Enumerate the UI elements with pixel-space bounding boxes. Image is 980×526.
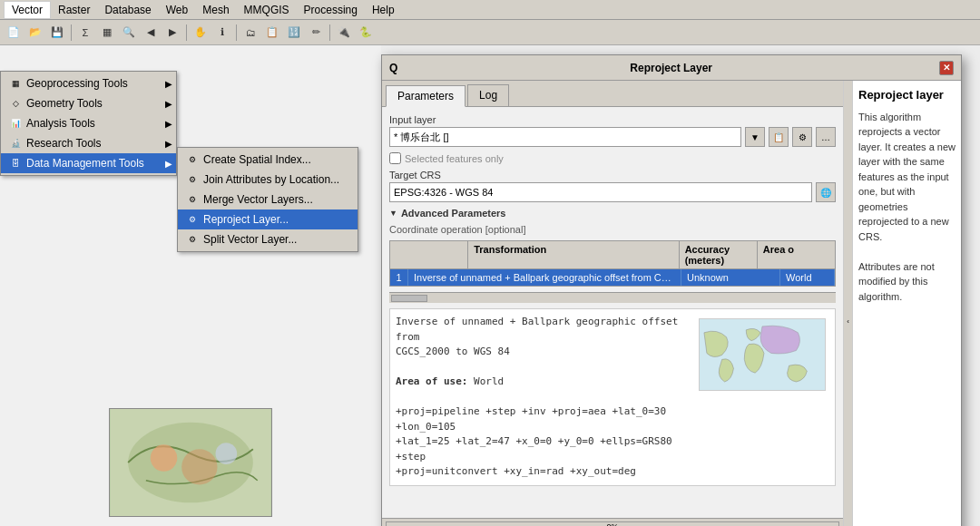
menu-web[interactable]: Web: [159, 2, 195, 18]
left-panel: ▦ Geoprocessing Tools ▶ ◇ Geometry Tools…: [0, 45, 381, 526]
target-crs-field[interactable]: [389, 182, 812, 202]
menu-database[interactable]: Database: [97, 2, 158, 18]
tb-sigma[interactable]: Σ: [75, 23, 95, 43]
collapse-handle[interactable]: ‹: [843, 81, 852, 526]
analysis-icon: 📊: [8, 116, 23, 131]
target-crs-label: Target CRS: [389, 170, 836, 180]
tb-open[interactable]: 📂: [25, 23, 45, 43]
dialog-close-button[interactable]: ✕: [939, 61, 954, 75]
progress-bar: 0%: [386, 521, 839, 527]
tb-calc[interactable]: 🔢: [284, 23, 304, 43]
join-attributes-icon: ⚙: [185, 172, 200, 187]
tb-python[interactable]: 🐍: [356, 23, 376, 43]
horiz-scrollbar[interactable]: [389, 292, 836, 303]
submenu-create-spatial-index[interactable]: ⚙ Create Spatial Index...: [178, 150, 358, 170]
target-crs-section: Target CRS 🌐: [389, 170, 836, 202]
input-layer-btn-2[interactable]: 📋: [769, 127, 789, 147]
dialog-body: Parameters Log Input layer ▼ 📋 ⚙ …: [382, 81, 961, 526]
svg-point-4: [216, 443, 238, 464]
menu-mesh[interactable]: Mesh: [195, 2, 236, 18]
research-icon: 🔬: [8, 136, 23, 151]
tb-pan[interactable]: ✋: [191, 23, 211, 43]
menu-mmqgis[interactable]: MMQGIS: [237, 2, 297, 18]
info-line-1: Inverse of unnamed + Ballpark geographic…: [396, 315, 688, 345]
reproject-dialog: Q Reproject Layer ✕ Parameters Log Input…: [381, 54, 962, 526]
menu-data-management[interactable]: 🗄 Data Management Tools ▶: [1, 153, 176, 173]
tb-identify[interactable]: ℹ: [212, 23, 232, 43]
menu-help[interactable]: Help: [365, 2, 402, 18]
transform-table: Transformation Accuracy (meters) Area o …: [389, 240, 836, 287]
selected-features-row: Selected features only: [389, 152, 836, 164]
dialog-main: Parameters Log Input layer ▼ 📋 ⚙ …: [382, 81, 843, 526]
col-num: [390, 241, 468, 268]
help-panel: Reproject layer This algorithm reproject…: [852, 81, 961, 526]
vector-menu: ▦ Geoprocessing Tools ▶ ◇ Geometry Tools…: [0, 71, 177, 176]
progress-label: 0%: [387, 522, 838, 527]
menu-geometry[interactable]: ◇ Geometry Tools ▶: [1, 93, 176, 113]
col-accuracy: Accuracy (meters): [680, 241, 758, 268]
tab-bar: Parameters Log: [382, 81, 843, 107]
menu-analysis[interactable]: 📊 Analysis Tools ▶: [1, 113, 176, 133]
transform-row-1[interactable]: 1 Inverse of unnamed + Ballpark geograph…: [390, 269, 835, 286]
tb-zoom[interactable]: 🔍: [119, 23, 139, 43]
tb-sep-4: [329, 24, 330, 41]
menu-raster[interactable]: Raster: [51, 2, 97, 18]
tb-edit[interactable]: ✏: [306, 23, 326, 43]
input-layer-section: Input layer ▼ 📋 ⚙ …: [389, 114, 836, 147]
selected-features-checkbox[interactable]: [389, 152, 401, 164]
menu-vector[interactable]: Vector: [4, 1, 51, 19]
help-title: Reproject layer: [858, 86, 956, 104]
menu-processing[interactable]: Processing: [297, 2, 365, 18]
triangle-icon: ▼: [389, 209, 397, 218]
tb-arrow-right[interactable]: ▶: [162, 23, 182, 43]
target-crs-row: 🌐: [389, 182, 836, 202]
dialog-content: Input layer ▼ 📋 ⚙ … Selected features on…: [382, 107, 843, 518]
info-line-2: CGCS_2000 to WGS 84: [396, 345, 688, 360]
tb-select[interactable]: ▦: [97, 23, 117, 43]
target-crs-btn[interactable]: 🌐: [816, 182, 836, 202]
dialog-title: Reproject Layer: [630, 62, 712, 74]
dialog-title-icon: Q: [389, 62, 397, 74]
input-layer-field[interactable]: [389, 127, 741, 147]
submenu-merge-vector[interactable]: ⚙ Merge Vector Layers...: [178, 190, 358, 209]
input-layer-btn-3[interactable]: ⚙: [792, 127, 812, 147]
submenu-join-attributes[interactable]: ⚙ Join Attributes by Location...: [178, 170, 358, 190]
info-proj-3: +proj=unitconvert +xy_in=rad +xy_out=deg: [396, 464, 688, 480]
col-transformation: Transformation: [468, 241, 680, 268]
row-accuracy: Unknown: [681, 269, 780, 286]
menu-bar: Vector Raster Database Web Mesh MMQGIS P…: [0, 0, 980, 20]
map-canvas: [109, 408, 272, 517]
advanced-section-header[interactable]: ▼ Advanced Parameters: [389, 208, 836, 219]
menu-research[interactable]: 🔬 Research Tools ▶: [1, 133, 176, 153]
tab-parameters[interactable]: Parameters: [386, 85, 466, 107]
split-vector-icon: ⚙: [185, 232, 200, 247]
arrow-icon-4: ▶: [165, 139, 172, 149]
input-layer-btn-4[interactable]: …: [816, 127, 836, 147]
col-area: Area o: [758, 241, 835, 268]
tb-arrow-left[interactable]: ◀: [141, 23, 161, 43]
toolbar: 📄 📂 💾 Σ ▦ 🔍 ◀ ▶ ✋ ℹ 🗂 📋 🔢 ✏ 🔌 🐍: [0, 20, 980, 45]
scroll-thumb[interactable]: [391, 295, 427, 302]
transform-table-header: Transformation Accuracy (meters) Area o: [390, 241, 835, 269]
selected-features-label: Selected features only: [405, 153, 504, 164]
merge-vector-icon: ⚙: [185, 192, 200, 207]
tb-plugin[interactable]: 🔌: [334, 23, 354, 43]
tb-save[interactable]: 💾: [47, 23, 67, 43]
main-area: ▦ Geoprocessing Tools ▶ ◇ Geometry Tools…: [0, 45, 980, 526]
reproject-icon: ⚙: [185, 212, 200, 227]
tb-new[interactable]: 📄: [4, 23, 24, 43]
tab-log[interactable]: Log: [467, 84, 509, 106]
tb-attrs[interactable]: 📋: [262, 23, 282, 43]
submenu-split-vector[interactable]: ⚙ Split Vector Layer...: [178, 229, 358, 249]
row-area: World: [780, 269, 835, 286]
menu-geoprocessing[interactable]: ▦ Geoprocessing Tools ▶: [1, 73, 176, 93]
geometry-icon: ◇: [8, 96, 23, 111]
input-layer-btn-1[interactable]: ▼: [745, 127, 765, 147]
info-area: Area of use: World: [396, 375, 688, 390]
data-management-icon: 🗄: [8, 156, 23, 170]
tb-layers[interactable]: 🗂: [240, 23, 260, 43]
info-box: Inverse of unnamed + Ballpark geographic…: [389, 308, 836, 486]
create-spatial-index-icon: ⚙: [185, 152, 200, 167]
arrow-icon: ▶: [165, 79, 172, 89]
submenu-reproject[interactable]: ⚙ Reproject Layer...: [178, 209, 358, 229]
